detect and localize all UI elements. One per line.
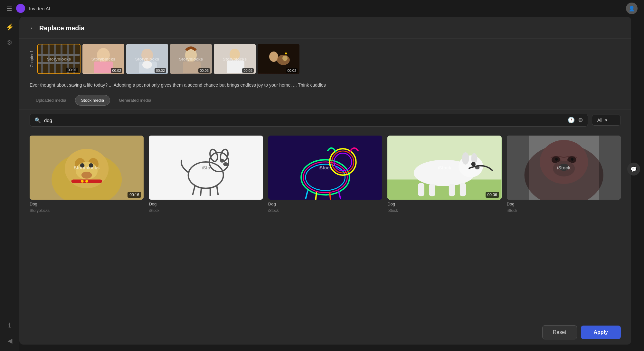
scene-thumb-2[interactable]: Storyblocks 00:02 bbox=[82, 44, 124, 74]
svg-rect-82 bbox=[507, 136, 529, 200]
media-title-2: Dog bbox=[149, 202, 263, 206]
svg-point-25 bbox=[282, 56, 288, 61]
svg-point-20 bbox=[230, 49, 240, 60]
scene-thumb-6[interactable]: 00:02 bbox=[258, 44, 299, 74]
svg-rect-69 bbox=[418, 183, 424, 196]
media-card-5[interactable]: iStock Dog iStock bbox=[507, 136, 621, 213]
tab-uploaded[interactable]: Uploaded media bbox=[30, 95, 72, 106]
scene-duration-5: 00:02 bbox=[242, 68, 254, 73]
filter-dropdown[interactable]: All ▾ bbox=[592, 115, 621, 126]
search-section: 🔍 🕐 ⚙ All ▾ bbox=[19, 110, 631, 130]
tab-bar: Uploaded media Stock media Generated med… bbox=[19, 91, 631, 110]
search-icon: 🔍 bbox=[34, 117, 41, 123]
svg-point-79 bbox=[571, 158, 573, 161]
svg-point-66 bbox=[471, 153, 478, 164]
scene-duration-6: 00:02 bbox=[286, 68, 298, 73]
scene-thumb-5[interactable]: Storyblocks 00:02 bbox=[214, 44, 256, 74]
filter-label: All bbox=[597, 118, 602, 123]
settings-icon[interactable]: ⚙ bbox=[578, 117, 583, 124]
top-bar: ☰ Invideo AI 👤 bbox=[0, 0, 644, 17]
media-card-1[interactable]: Storyblocks 00:16 Dog Storyblocks bbox=[30, 136, 144, 213]
svg-line-45 bbox=[201, 187, 202, 196]
svg-point-23 bbox=[269, 52, 278, 62]
reset-button[interactable]: Reset bbox=[542, 325, 577, 339]
svg-point-35 bbox=[81, 172, 92, 179]
media-thumb-2: iSto bbox=[149, 136, 263, 200]
media-thumb-3: iStock bbox=[268, 136, 382, 200]
scene-strip: Chapter 1 Storybl bbox=[30, 44, 621, 74]
media-card-3[interactable]: iStock Dog iStock bbox=[268, 136, 382, 213]
svg-rect-21 bbox=[227, 61, 244, 73]
svg-rect-83 bbox=[599, 136, 621, 200]
tab-stock[interactable]: Stock media bbox=[75, 95, 110, 106]
svg-rect-71 bbox=[449, 184, 455, 196]
apply-button[interactable]: Apply bbox=[581, 326, 621, 339]
search-bar: 🔍 🕐 ⚙ bbox=[30, 114, 588, 127]
media-title-3: Dog bbox=[268, 202, 382, 206]
scene-thumb-4[interactable]: Storyblocks 00:03 bbox=[170, 44, 212, 74]
media-source-3: iStock bbox=[268, 208, 382, 213]
chevron-down-icon: ▾ bbox=[605, 118, 607, 123]
media-watermark-3: iStock bbox=[318, 165, 332, 170]
subtitle-bar: Ever thought about saving a life today? … bbox=[19, 79, 631, 91]
media-title-1: Dog bbox=[30, 202, 144, 206]
scene-thumb-1[interactable]: Storyblocks 00:01 bbox=[37, 44, 80, 74]
media-thumb-4: iStock 00:06 bbox=[387, 136, 501, 200]
svg-rect-1 bbox=[41, 44, 43, 73]
media-watermark-5: iStock bbox=[557, 165, 571, 170]
back-button[interactable]: ← bbox=[30, 25, 35, 32]
scene-duration-4: 00:03 bbox=[198, 68, 210, 73]
svg-rect-7 bbox=[38, 54, 80, 56]
media-watermark-1: Storyblocks bbox=[74, 165, 99, 170]
media-source-4: iStock bbox=[387, 208, 501, 213]
svg-rect-8 bbox=[38, 62, 80, 64]
svg-rect-70 bbox=[429, 184, 435, 196]
media-duration-4: 00:06 bbox=[486, 192, 499, 198]
media-card-4[interactable]: iStock 00:06 Dog iStock bbox=[387, 136, 501, 213]
svg-line-59 bbox=[330, 192, 331, 200]
svg-point-67 bbox=[471, 162, 476, 166]
svg-point-78 bbox=[555, 158, 558, 161]
menu-icon[interactable]: ☰ bbox=[6, 5, 12, 12]
media-watermark-2: iSto bbox=[202, 165, 210, 170]
modal-header: ← Replace media bbox=[19, 17, 631, 39]
modal-title: Replace media bbox=[39, 24, 84, 32]
search-input[interactable] bbox=[44, 118, 564, 123]
media-title-4: Dog bbox=[387, 202, 501, 206]
scene-duration-3: 00:02 bbox=[155, 68, 166, 73]
media-title-5: Dog bbox=[507, 202, 621, 206]
sidebar-icon-1[interactable]: ⚡ bbox=[6, 23, 14, 31]
history-icon[interactable]: 🕐 bbox=[568, 117, 575, 124]
sidebar-icon-2[interactable]: ⚙ bbox=[7, 39, 13, 46]
chat-icon: 💬 bbox=[630, 166, 637, 172]
sidebar-icon-3[interactable]: ℹ bbox=[8, 321, 11, 329]
chat-button[interactable]: 💬 bbox=[627, 163, 640, 176]
sidebar-icon-4[interactable]: ◀ bbox=[7, 337, 12, 345]
user-avatar[interactable]: 👤 bbox=[626, 3, 638, 14]
app-logo bbox=[16, 4, 25, 13]
replace-media-modal: ← Replace media Chapter 1 bbox=[19, 17, 631, 345]
svg-rect-72 bbox=[460, 183, 466, 196]
media-thumb-1: Storyblocks 00:16 bbox=[30, 136, 144, 200]
media-source-1: Storyblocks bbox=[30, 208, 144, 213]
svg-rect-2 bbox=[48, 44, 50, 73]
svg-point-49 bbox=[224, 163, 227, 166]
scene-strip-container: Chapter 1 Storybl bbox=[19, 39, 631, 79]
scene-duration-1: 00:01 bbox=[66, 68, 78, 72]
media-source-5: iStock bbox=[507, 208, 621, 213]
bottom-bar: Reset Apply bbox=[19, 320, 631, 345]
media-duration-1: 00:16 bbox=[128, 192, 141, 198]
svg-point-10 bbox=[97, 48, 110, 62]
svg-point-26 bbox=[285, 52, 287, 54]
svg-rect-3 bbox=[54, 44, 56, 73]
scene-thumb-3[interactable]: Storyblocks 00:02 bbox=[126, 44, 168, 74]
chapter-label: Chapter 1 bbox=[30, 44, 34, 74]
media-source-2: iStock bbox=[149, 208, 263, 213]
svg-point-15 bbox=[142, 61, 152, 69]
media-watermark-4: iStock bbox=[438, 165, 451, 170]
svg-point-65 bbox=[462, 152, 469, 165]
left-sidebar: ⚡ ⚙ ℹ ◀ bbox=[0, 17, 19, 351]
media-card-2[interactable]: iSto Dog iStock bbox=[149, 136, 263, 213]
svg-point-38 bbox=[85, 180, 88, 183]
tab-generated[interactable]: Generated media bbox=[113, 95, 157, 106]
